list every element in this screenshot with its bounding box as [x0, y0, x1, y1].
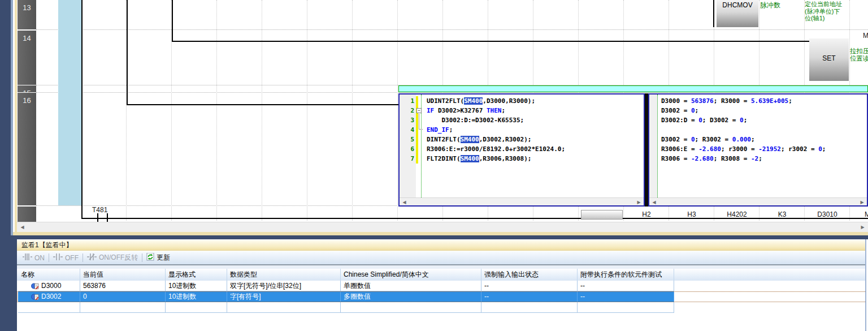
st-line[interactable]: FLT2DINT(SM400,R3006,R3008); [427, 154, 531, 164]
operand-cell[interactable]: H2 [624, 210, 669, 219]
watch-cell-name[interactable]: D3002 [18, 291, 80, 302]
watch-cell-test[interactable] [578, 302, 674, 313]
st-code-scrollbar[interactable]: ◀ ▶ [400, 197, 644, 205]
ladder-horizontal-scrollbar[interactable]: ◀ ▶ [17, 222, 868, 232]
st-line[interactable]: D3002 = 0; R3002 = 0.000; [661, 135, 755, 144]
st-line-number: 4 [400, 125, 414, 135]
st-line[interactable]: R3006 = -2.680; R3008 = -2; [661, 154, 762, 164]
contact-device-label: T481 [92, 206, 107, 214]
st-code-pane[interactable]: 1UDINT2FLT(SM400,D3000,R3000);2IF D3002>… [398, 93, 645, 207]
st-line[interactable]: D3000 = 563876; R3000 = 5.639E+005; [661, 96, 792, 106]
contact-bar-left[interactable] [97, 213, 98, 222]
code-token: UDINT2FLT( [427, 97, 464, 105]
watch-row-empty[interactable] [17, 302, 866, 313]
update-button[interactable]: 更新 [144, 252, 172, 263]
ladder-row-number[interactable]: 14 [18, 31, 36, 85]
watch-column-header[interactable]: Chinese Simplified/简体中文 [341, 269, 481, 281]
off-button[interactable]: OFF [51, 252, 81, 263]
st-line[interactable]: D3002:D = 0; D3002 = 0; [661, 115, 747, 125]
scroll-left-icon[interactable]: ◀ [19, 223, 26, 231]
st-line[interactable]: END_IF; [427, 125, 453, 135]
code-token: ,D3000,R3000); [483, 97, 535, 105]
watch-column-header[interactable]: 附带执行条件的软元件测试 [578, 269, 674, 281]
watch-cell-comment[interactable] [341, 302, 481, 313]
watch-window: 监看1【监看中】 ON OFF [17, 239, 866, 331]
code-token: ; R3002 = [695, 136, 732, 143]
watch-cell-force[interactable]: -- [481, 291, 578, 302]
watch-cell-type[interactable] [227, 302, 341, 313]
st-line[interactable]: R3006:E:=r3000/E8192.0+r3002*E1024.0; [427, 144, 565, 154]
on-off-invert-button[interactable]: ON/OFF反转 [85, 252, 140, 263]
instruction-label: SET [822, 54, 835, 62]
watch-cell-force[interactable]: -- [481, 281, 578, 291]
watch-row[interactable]: D3002010进制数字[有符号]多圈数值---- [17, 291, 866, 302]
watch-cell-comment[interactable]: 多圈数值 [341, 291, 481, 302]
watch-row[interactable]: D300056387610进制数双字[无符号]/位串[32位]单圈数值---- [17, 281, 866, 291]
watch-cell-force[interactable] [481, 302, 578, 313]
ladder-row-number[interactable]: 16 [18, 93, 36, 205]
watch-cell-name[interactable] [18, 302, 80, 313]
code-token: D3002:D:=D3002-K65535; [427, 117, 524, 124]
st-line[interactable]: D3002:D:=D3002-K65535; [427, 115, 524, 125]
scroll-left-icon[interactable]: ◀ [401, 199, 408, 206]
watch-cell-comment[interactable]: 单圈数值 [341, 281, 481, 291]
ladder-row-number[interactable]: 13 [18, 0, 36, 29]
watch-column-header[interactable]: 强制输入输出状态 [481, 269, 578, 281]
st-value-scrollbar[interactable]: ◀ ▶ [649, 197, 867, 205]
watch-cell-type[interactable]: 双字[无符号]/位串[32位] [227, 281, 341, 291]
instruction-box-dhcmov[interactable]: DHCMOV [717, 0, 758, 27]
grid-line-vertical [307, 0, 307, 221]
operand-cell[interactable]: H3 [669, 210, 714, 219]
watch-title: 监看1【监看中】 [21, 241, 73, 249]
ladder-row-number[interactable]: 15 [18, 85, 36, 92]
row-number-label: 13 [23, 3, 31, 12]
watch-cell-value[interactable]: 0 [80, 291, 166, 302]
inline-st-header-bar[interactable] [398, 85, 868, 92]
fold-collapse-icon[interactable]: − [416, 108, 422, 113]
panel-separator-navy[interactable] [11, 235, 868, 239]
operand-cell[interactable]: M [850, 210, 868, 219]
watch-cell-value[interactable] [80, 302, 166, 313]
wire-horizontal-row14 [172, 41, 809, 42]
operand-cell[interactable]: D3010 [805, 210, 850, 219]
on-button[interactable]: ON [20, 252, 47, 263]
watch-column-header[interactable]: 当前值 [80, 269, 166, 281]
code-token: 0 [818, 145, 822, 153]
watch-cell-value[interactable]: 563876 [80, 281, 166, 291]
scroll-right-icon[interactable]: ▶ [858, 199, 866, 206]
instruction-box-partial[interactable] [581, 210, 623, 220]
code-token: ; [449, 126, 453, 134]
st-line[interactable]: R3006:E = -2.680; r3000 = -21952; r3002 … [661, 144, 826, 154]
watch-title-bar[interactable]: 监看1【监看中】 [17, 239, 865, 251]
scroll-right-icon[interactable]: ▶ [859, 223, 866, 231]
instruction-label: DHCMOV [722, 1, 752, 9]
watch-column-header[interactable]: 数据类型 [227, 269, 341, 281]
st-line[interactable]: IF D3002>K32767 THEN; [427, 106, 505, 115]
st-line[interactable]: DINT2FLT(SM400,D3002,R3002); [427, 135, 531, 144]
watch-cell-format[interactable] [166, 302, 227, 313]
code-token: END_IF [427, 126, 449, 134]
scroll-left-icon[interactable]: ◀ [650, 199, 658, 206]
watch-cell-format[interactable]: 10进制数 [166, 291, 227, 302]
refresh-icon [146, 253, 154, 263]
scroll-right-icon[interactable]: ▶ [635, 199, 643, 206]
watch-cell-test[interactable]: -- [578, 281, 674, 291]
operand-cell[interactable]: H4202 [714, 210, 760, 219]
watch-cell-test[interactable]: -- [578, 291, 674, 302]
watch-column-header[interactable]: 显示格式 [166, 269, 227, 281]
st-line-number: 3 [400, 115, 414, 125]
st-line[interactable]: D3002 = 0; [661, 106, 698, 115]
watch-cell-name[interactable]: D3000 [18, 281, 80, 291]
code-token: R3006:E:=r3000/E8192.0+r3002*E1024.0; [427, 145, 565, 153]
watch-cell-format[interactable]: 10进制数 [166, 281, 227, 291]
watch-cell-type[interactable]: 字[有符号] [227, 291, 341, 302]
watch-column-header[interactable]: 名称 [18, 269, 80, 281]
word-device-icon [31, 293, 39, 302]
instruction-box-set[interactable]: SET [809, 38, 849, 81]
ladder-column-highlight [58, 0, 81, 205]
st-line[interactable]: UDINT2FLT(SM400,D3000,R3000); [427, 96, 535, 106]
st-monitor-value-pane[interactable]: D3000 = 563876; R3000 = 5.639E+005;D3002… [648, 93, 868, 207]
code-token: ; D3002 = [702, 117, 740, 124]
ladder-row-number[interactable] [18, 207, 36, 222]
operand-cell[interactable]: K3 [760, 210, 805, 219]
